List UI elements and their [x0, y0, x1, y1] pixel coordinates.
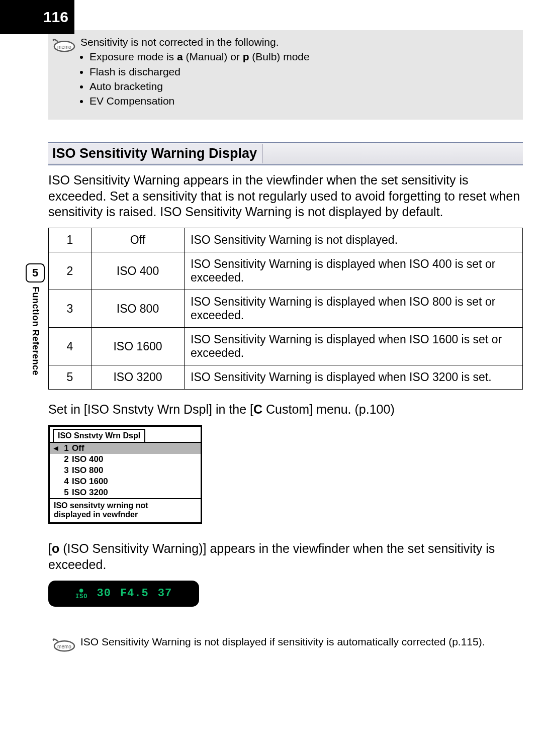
memo-bullet: Auto bracketing — [89, 79, 515, 93]
intro-paragraph: ISO Sensitivity Warning appears in the v… — [48, 172, 523, 220]
menu-row-selected: ◂ 1 Off — [50, 443, 201, 454]
memo-bullet: Exposure mode is a (Manual) or p (Bulb) … — [89, 50, 515, 63]
section-heading: ISO Sensitivity Warning Display — [48, 142, 523, 165]
chapter-label: Function Reference — [30, 287, 41, 375]
svg-text:memo: memo — [57, 643, 71, 649]
memo-icon: memo — [48, 635, 80, 652]
memo-block: memo Sensitivity is not corrected in the… — [48, 30, 523, 120]
menu-items: ◂ 1 Off 2 ISO 400 3 ISO 800 4 ISO — [50, 442, 201, 499]
menu-row: 4 ISO 1600 — [50, 476, 201, 487]
menu-tab-title: ISO Snstvty Wrn Dspl — [53, 429, 145, 442]
memo-bullet-list: Exposure mode is a (Manual) or p (Bulb) … — [80, 50, 515, 108]
memo-lead: Sensitivity is not corrected in the foll… — [80, 35, 515, 49]
set-instruction: Set in [ISO Snstvty Wrn Dspl] in the [C … — [48, 402, 523, 417]
menu-status-text: ISO sensitvty wrning not displayed in ve… — [50, 499, 201, 522]
page-number: 116 — [0, 0, 74, 34]
iso-warning-options-table: 1 Off ISO Sensitivity Warning is not dis… — [48, 228, 523, 390]
table-row: 5 ISO 3200 ISO Sensitivity Warning is di… — [49, 365, 523, 390]
memo-bullet: EV Compensation — [89, 94, 515, 108]
iso-warning-icon: ●ISO — [75, 588, 88, 600]
menu-row: 2 ISO 400 — [50, 454, 201, 465]
table-row: 2 ISO 400 ISO Sensitivity Warning is dis… — [49, 252, 523, 290]
memo-block: memo ISO Sensitivity Warning is not disp… — [48, 635, 523, 652]
menu-row: 5 ISO 3200 — [50, 487, 201, 498]
memo-bullet: Flash is discharged — [89, 65, 515, 78]
vf-shutter: 30 — [97, 587, 111, 600]
table-row: 3 ISO 800 ISO Sensitivity Warning is dis… — [49, 290, 523, 328]
chapter-number-badge: 5 — [26, 263, 45, 282]
memo-body: ISO Sensitivity Warning is not displayed… — [80, 635, 523, 652]
vf-count: 37 — [158, 587, 172, 600]
table-row: 1 Off ISO Sensitivity Warning is not dis… — [49, 228, 523, 252]
left-arrow-icon: ◂ — [54, 443, 61, 454]
viewfinder-display: ●ISO 30 F4.5 37 — [48, 581, 199, 607]
viewfinder-note: [o (ISO Sensitivity Warning)] appears in… — [48, 541, 523, 573]
svg-text:memo: memo — [57, 44, 71, 50]
menu-screenshot: ISO Snstvty Wrn Dspl ◂ 1 Off 2 ISO 400 3… — [48, 425, 202, 524]
vf-aperture: F4.5 — [120, 587, 149, 600]
memo-body: Sensitivity is not corrected in the foll… — [80, 35, 515, 109]
chapter-side-tab: 5 Function Reference — [25, 263, 45, 375]
table-row: 4 ISO 1600 ISO Sensitivity Warning is di… — [49, 328, 523, 365]
memo-icon: memo — [48, 35, 80, 109]
menu-row: 3 ISO 800 — [50, 465, 201, 476]
